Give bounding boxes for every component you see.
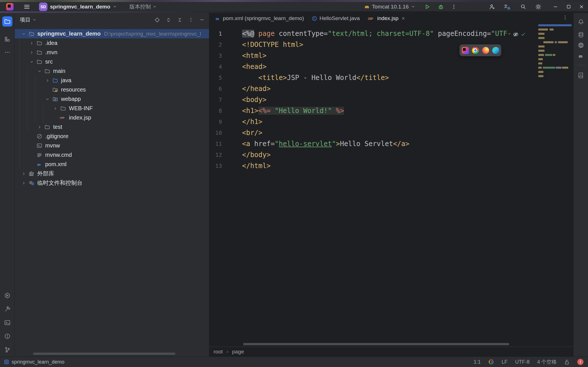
code-line[interactable]: 6</head> bbox=[209, 83, 573, 94]
tab-list-button[interactable] bbox=[563, 15, 568, 20]
status-project-widget[interactable]: springmvc_learn_demo bbox=[4, 359, 64, 365]
code-line[interactable]: 9</h1> bbox=[209, 116, 573, 127]
chevron-closed-icon[interactable] bbox=[52, 106, 58, 111]
maven-tool-button[interactable]: m bbox=[576, 51, 586, 61]
chevron-closed-icon[interactable] bbox=[44, 78, 51, 83]
edge-icon[interactable] bbox=[492, 47, 499, 54]
breadcrumb-page[interactable]: page bbox=[232, 349, 244, 355]
chrome-icon[interactable] bbox=[472, 47, 479, 54]
code-with-me-button[interactable] bbox=[487, 3, 496, 11]
debug-button[interactable] bbox=[436, 3, 446, 11]
services-tool-button[interactable] bbox=[2, 290, 12, 301]
tree-item-mvnw.cmd[interactable]: mvnw.cmd bbox=[15, 150, 209, 160]
tree-item-row-15[interactable]: 外部库 bbox=[15, 169, 209, 178]
search-everywhere-button[interactable] bbox=[519, 3, 528, 11]
tree-item-src[interactable]: src bbox=[15, 57, 209, 66]
structure-tool-button[interactable] bbox=[2, 34, 12, 44]
chevron-closed-icon[interactable] bbox=[21, 181, 27, 185]
close-button[interactable] bbox=[575, 2, 588, 11]
tab-index.jsp[interactable]: JSPindex.jsp bbox=[364, 13, 409, 24]
notifications-tool-button[interactable] bbox=[576, 17, 586, 27]
minimap-line bbox=[562, 67, 568, 69]
tree-item-main[interactable]: main bbox=[15, 66, 209, 76]
minimize-button[interactable] bbox=[549, 2, 562, 11]
svg-text:C: C bbox=[313, 17, 316, 20]
code-line[interactable]: 12</body> bbox=[209, 149, 573, 160]
panel-options-button[interactable] bbox=[188, 17, 193, 22]
code-line[interactable]: 11<a href="hello-servlet">Hello Servlet<… bbox=[209, 138, 573, 149]
minimap[interactable] bbox=[538, 24, 572, 95]
caret-position-widget[interactable]: 1:1 bbox=[474, 359, 481, 365]
chevron-closed-icon[interactable] bbox=[36, 125, 43, 129]
hide-panel-button[interactable] bbox=[199, 17, 204, 22]
indent-widget[interactable]: 4 个空格 bbox=[537, 359, 557, 365]
project-switcher[interactable]: SD springmvc_learn_demo bbox=[39, 3, 117, 11]
chevron-open-icon[interactable] bbox=[44, 97, 51, 101]
code-line[interactable]: 2<!DOCTYPE html> bbox=[209, 39, 573, 50]
database-tool-button[interactable] bbox=[576, 30, 586, 40]
tree-item-resources[interactable]: resources bbox=[15, 85, 209, 94]
chevron-closed-icon[interactable] bbox=[29, 41, 35, 45]
tree-item-.gitignore[interactable]: .gitignore bbox=[15, 132, 209, 141]
code-line[interactable]: 7<body> bbox=[209, 94, 573, 105]
project-panel-hscrollbar[interactable] bbox=[33, 353, 175, 355]
vcs-widget[interactable]: 版本控制 bbox=[129, 3, 157, 10]
code-line[interactable]: 13</html> bbox=[209, 160, 573, 171]
code-line[interactable]: 4<head> bbox=[209, 61, 573, 72]
tree-item-java[interactable]: java bbox=[15, 76, 209, 85]
tree-item-springmvc_learn_demo[interactable]: springmvc_learn_demoD:\project\spring_mv… bbox=[15, 29, 209, 38]
breadcrumb-root[interactable]: root bbox=[214, 349, 223, 355]
tree-item-test[interactable]: test bbox=[15, 122, 209, 132]
chevron-open-icon[interactable] bbox=[29, 60, 35, 64]
more-tool-windows-button[interactable] bbox=[2, 47, 12, 57]
maximize-button[interactable] bbox=[562, 2, 575, 11]
terminal-tool-button[interactable] bbox=[2, 318, 12, 328]
run-configuration-select[interactable]: Tomcat 10.1.16 bbox=[364, 4, 415, 10]
documentation-tool-button[interactable]: A bbox=[576, 70, 586, 81]
code-line[interactable]: 3<html> bbox=[209, 50, 573, 61]
locate-file-button[interactable] bbox=[154, 17, 160, 23]
tab-label: pom.xml (springmvc_learn_demo) bbox=[223, 15, 304, 21]
settings-button[interactable] bbox=[534, 3, 543, 11]
version-control-tool-button[interactable] bbox=[2, 345, 12, 355]
project-tool-button[interactable] bbox=[2, 16, 12, 27]
notification-error-badge[interactable]: ! bbox=[577, 359, 583, 365]
tree-item-mvnw[interactable]: mvnw bbox=[15, 141, 209, 150]
idea-preview-icon[interactable] bbox=[462, 47, 469, 54]
tree-item-row-16[interactable]: 临时文件和控制台 bbox=[15, 178, 209, 188]
tree-item-index.jsp[interactable]: JSPindex.jsp bbox=[15, 113, 209, 122]
tab-pom.xml[interactable]: mpom.xml (springmvc_learn_demo) bbox=[211, 13, 308, 24]
translate-button[interactable]: 文A bbox=[503, 3, 512, 11]
readonly-lock-widget[interactable] bbox=[564, 359, 570, 365]
inspection-widget[interactable] bbox=[511, 30, 528, 38]
project-view-selector[interactable]: 项目 bbox=[20, 16, 36, 23]
endpoints-tool-button[interactable] bbox=[576, 40, 586, 50]
chevron-open-icon[interactable] bbox=[36, 69, 43, 73]
tree-item-web-inf[interactable]: WEB-INF bbox=[15, 104, 209, 113]
tab-helloservlet.java[interactable]: CHelloServlet.java bbox=[308, 13, 364, 24]
google-translate-widget[interactable] bbox=[488, 359, 494, 365]
code-line[interactable]: 10<br/> bbox=[209, 127, 573, 138]
chevron-open-icon[interactable] bbox=[21, 32, 27, 36]
code-line[interactable]: 5 <title>JSP - Hello World</title> bbox=[209, 72, 573, 83]
chevron-closed-icon[interactable] bbox=[29, 50, 35, 55]
tab-close-icon[interactable] bbox=[401, 16, 405, 20]
run-button[interactable] bbox=[423, 3, 432, 11]
editor-hscrollbar[interactable] bbox=[243, 343, 509, 345]
expand-all-button[interactable] bbox=[166, 17, 171, 23]
main-menu-button[interactable] bbox=[22, 3, 32, 11]
problems-tool-button[interactable] bbox=[2, 331, 12, 341]
firefox-icon[interactable] bbox=[482, 47, 489, 54]
collapse-all-button[interactable] bbox=[177, 17, 182, 23]
encoding-widget[interactable]: UTF-8 bbox=[515, 359, 530, 365]
tree-item-pom.xml[interactable]: mpom.xml bbox=[15, 160, 209, 169]
chevron-closed-icon[interactable] bbox=[21, 171, 27, 176]
tree-item-.idea[interactable]: .idea bbox=[15, 38, 209, 48]
more-actions-button[interactable] bbox=[450, 3, 458, 11]
build-tool-button[interactable] bbox=[2, 304, 12, 314]
code-editor[interactable]: 1<%@ page contentType="text/html; charse… bbox=[209, 28, 573, 171]
tree-item-webapp[interactable]: webapp bbox=[15, 94, 209, 104]
code-line[interactable]: 8<h1><%= "Hello World!" %> bbox=[209, 105, 573, 116]
tree-item-.mvn[interactable]: .mvn bbox=[15, 48, 209, 57]
line-separator-widget[interactable]: LF bbox=[502, 359, 508, 365]
